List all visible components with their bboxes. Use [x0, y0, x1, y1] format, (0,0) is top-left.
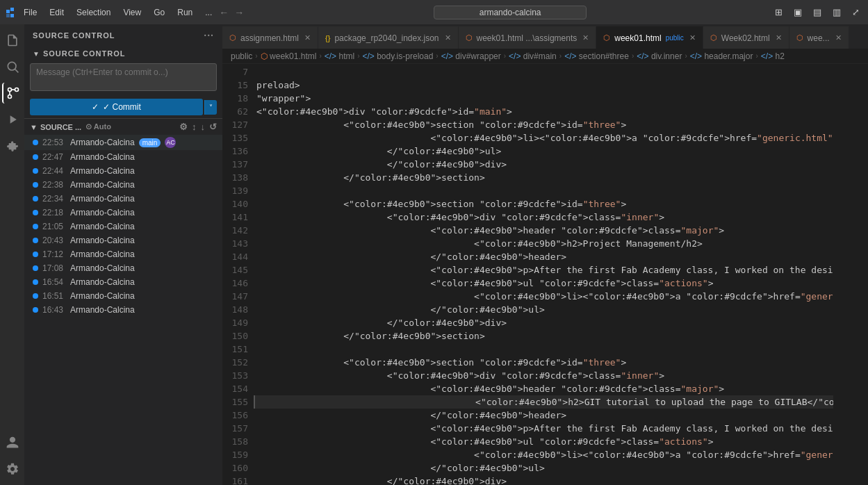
code-line[interactable]: </"color:#4ec9b0">header>	[254, 409, 833, 422]
git-log-header[interactable]: ▼ SOURCE ... ⊙ Auto ⚙ ↕ ↓ ↺	[24, 118, 222, 135]
code-line[interactable]: </"color:#4ec9b0">ul>	[254, 303, 833, 316]
activity-account[interactable]	[2, 432, 23, 453]
close-icon[interactable]: ✕	[582, 33, 589, 42]
code-container[interactable]: 7151862127135136137138139140141142143144…	[222, 64, 868, 485]
nav-forward-button[interactable]: →	[233, 6, 245, 19]
code-line[interactable]: <"color:#4ec9b0">header "color:#9cdcfe">…	[254, 382, 833, 395]
menu-run[interactable]: Run	[174, 6, 195, 19]
nav-back-button[interactable]: ←	[218, 6, 230, 19]
tab-week01-public[interactable]: ⬡ week01.html public ✕	[596, 26, 703, 49]
git-log-item[interactable]: 22:44Armando-Calcina	[24, 164, 222, 178]
git-refresh-icon[interactable]: ↺	[209, 122, 217, 132]
code-line[interactable]	[254, 65, 833, 79]
tab-week02[interactable]: ⬡ Week02.html ✕	[703, 26, 789, 49]
sidebar-more-button[interactable]: ···	[204, 30, 214, 41]
code-line[interactable]: <"color:#4ec9b0">li><"color:#4ec9b0">a "…	[254, 448, 833, 461]
code-line[interactable]: </"color:#4ec9b0">div>	[254, 475, 833, 485]
code-line[interactable]: </"color:#4ec9b0">div>	[254, 316, 833, 329]
code-line[interactable]: <"color:#4ec9b0">h2>GIT tutorial to uplo…	[254, 395, 833, 409]
code-line[interactable]: </"color:#4ec9b0">section>	[254, 329, 833, 343]
breadcrumb-wrapper[interactable]: </> div#wrapper	[441, 51, 501, 61]
git-log-item[interactable]: 22:18Armando-Calcina	[24, 206, 222, 220]
tab-assignmen[interactable]: ⬡ assignmen.html ✕	[222, 26, 318, 49]
commit-button[interactable]: ✓ ✓ Commit	[30, 99, 203, 115]
git-log-item[interactable]: 16:54Armando-Calcina	[24, 275, 222, 289]
breadcrumb-public[interactable]: public	[231, 51, 252, 61]
breadcrumb-body[interactable]: </> body.is-preload	[362, 51, 433, 61]
code-line[interactable]: "wrapper">	[254, 92, 833, 105]
code-line[interactable]: <"color:#4ec9b0">h2>Project Management/h…	[254, 237, 833, 250]
code-line[interactable]: <"color:#4ec9b0">section "color:#9cdcfe"…	[254, 356, 833, 369]
activity-run-debug[interactable]	[2, 109, 23, 130]
activity-settings[interactable]	[2, 459, 23, 479]
git-log-item[interactable]: 22:47Armando-Calcina	[24, 150, 222, 164]
activity-extensions[interactable]	[2, 135, 23, 156]
code-line[interactable]: </"color:#4ec9b0">section>	[254, 171, 833, 184]
tab-wee[interactable]: ⬡ wee... ✕	[789, 26, 849, 49]
breadcrumb-section[interactable]: </> section#three	[564, 51, 629, 61]
tab-week01-assigments[interactable]: ⬡ week01.html ...\assigments ✕	[459, 26, 597, 49]
git-log-item[interactable]: 17:12Armando-Calcina	[24, 247, 222, 261]
search-bar[interactable]	[251, 6, 769, 19]
panel-toggle-button[interactable]: ▤	[810, 6, 824, 19]
sidebar-toggle-button[interactable]: ▣	[791, 6, 805, 19]
git-log-item[interactable]: 22:34Armando-Calcina	[24, 192, 222, 206]
source-control-section-header[interactable]: ▼ SOURCE CONTROL	[24, 47, 222, 60]
code-line[interactable]: <"color:#4ec9b0">div "color:#9cdcfe">id=…	[254, 105, 833, 118]
commit-message-input[interactable]	[30, 63, 217, 91]
code-line[interactable]: <"color:#4ec9b0">div "color:#9cdcfe">cla…	[254, 369, 833, 382]
code-line[interactable]	[254, 343, 833, 356]
activity-search[interactable]	[2, 56, 23, 77]
layout-button[interactable]: ⊞	[772, 6, 785, 19]
code-line[interactable]: <"color:#4ec9b0">div "color:#9cdcfe">cla…	[254, 211, 833, 224]
code-line[interactable]: </"color:#4ec9b0">header>	[254, 250, 833, 263]
menu-selection[interactable]: Selection	[74, 6, 113, 19]
breadcrumb-main[interactable]: </> div#main	[509, 51, 557, 61]
git-pull-icon[interactable]: ↓	[201, 122, 206, 132]
code-line[interactable]: <"color:#4ec9b0">header "color:#9cdcfe">…	[254, 224, 833, 237]
code-line[interactable]: preload>	[254, 79, 833, 92]
activity-source-control[interactable]	[2, 83, 23, 104]
git-log-item[interactable]: 16:51Armando-Calcina	[24, 289, 222, 303]
code-line[interactable]: </"color:#4ec9b0">ul>	[254, 145, 833, 158]
code-line[interactable]: <"color:#4ec9b0">p>After the first Fab A…	[254, 422, 833, 435]
code-line[interactable]	[254, 184, 833, 197]
code-line[interactable]: <"color:#4ec9b0">li><"color:#4ec9b0">a "…	[254, 131, 833, 145]
close-icon[interactable]: ✕	[445, 33, 451, 42]
search-input[interactable]	[434, 6, 587, 19]
code-line[interactable]: <"color:#4ec9b0">p>After the first Fab A…	[254, 263, 833, 277]
git-log-item[interactable]: 20:43Armando-Calcina	[24, 233, 222, 247]
code-content[interactable]: preload>"wrapper"><"color:#4ec9b0">div "…	[254, 64, 833, 485]
menu-view[interactable]: View	[120, 6, 144, 19]
breadcrumb-div-inner[interactable]: </> div.inner	[637, 51, 682, 61]
git-log-item[interactable]: 16:43Armando-Calcina	[24, 303, 222, 317]
close-icon[interactable]: ✕	[835, 33, 842, 42]
code-line[interactable]: </"color:#4ec9b0">div>	[254, 158, 833, 171]
git-log-item[interactable]: 22:38Armando-Calcina	[24, 178, 222, 192]
close-icon[interactable]: ✕	[776, 33, 782, 42]
activity-toggle-button[interactable]: ▥	[830, 6, 844, 19]
close-icon[interactable]: ✕	[689, 33, 696, 42]
breadcrumb-html[interactable]: </> html	[325, 51, 354, 61]
code-line[interactable]: <"color:#4ec9b0">li><"color:#4ec9b0">a "…	[254, 290, 833, 303]
menu-go[interactable]: Go	[151, 6, 167, 19]
commit-dropdown-button[interactable]: ˅	[204, 100, 217, 115]
git-log-item[interactable]: 17:08Armando-Calcina	[24, 261, 222, 275]
activity-explorer[interactable]	[2, 30, 23, 51]
breadcrumb-file[interactable]: ⬡ week01.html	[261, 51, 317, 61]
code-line[interactable]: </"color:#4ec9b0">ul>	[254, 461, 833, 475]
breadcrumb-h2[interactable]: </> h2	[761, 51, 785, 61]
menu-file[interactable]: File	[21, 6, 40, 19]
maximize-button[interactable]: ⤢	[849, 6, 862, 19]
code-line[interactable]: <"color:#4ec9b0">ul "color:#9cdcfe">clas…	[254, 277, 833, 290]
git-log-item[interactable]: 22:53Armando-CalcinamainAC	[24, 135, 222, 150]
git-fetch-icon[interactable]: ↕	[192, 122, 197, 132]
code-line[interactable]: <"color:#4ec9b0">section "color:#9cdcfe"…	[254, 118, 833, 131]
code-line[interactable]: <"color:#4ec9b0">section "color:#9cdcfe"…	[254, 197, 833, 211]
menu-ellipsis[interactable]: ...	[202, 6, 215, 19]
menu-bar[interactable]: File Edit Selection View Go Run ...	[21, 6, 215, 19]
menu-edit[interactable]: Edit	[47, 6, 67, 19]
git-log-item[interactable]: 21:05Armando-Calcina	[24, 220, 222, 233]
code-line[interactable]: <"color:#4ec9b0">ul "color:#9cdcfe">clas…	[254, 435, 833, 448]
tab-package-json[interactable]: {} package_rp2040_index.json ✕	[318, 26, 458, 49]
